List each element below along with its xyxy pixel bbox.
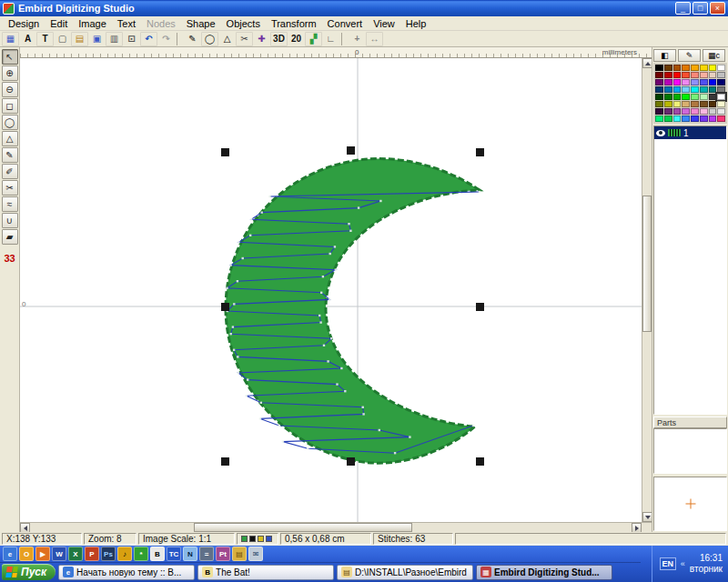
arc-tool[interactable]: ∪ <box>2 213 18 228</box>
palette-swatch[interactable] <box>673 94 682 100</box>
palette-swatch[interactable] <box>664 79 672 85</box>
palette-swatch[interactable] <box>673 79 682 85</box>
parts-panel-body[interactable] <box>653 428 727 474</box>
node-edit-icon[interactable]: ✚ <box>253 32 270 46</box>
handle-bottom-center[interactable] <box>347 457 355 466</box>
object-list[interactable]: 1 <box>653 125 727 415</box>
icq-icon[interactable]: * <box>134 547 148 561</box>
palette-swatch[interactable] <box>700 86 708 93</box>
palette-swatch[interactable] <box>682 101 690 107</box>
close-button[interactable]: × <box>710 2 725 15</box>
task-button[interactable]: eНачать новую тему :: В... <box>58 565 195 580</box>
palette-swatch[interactable] <box>682 108 690 115</box>
fill-tool[interactable]: ▰ <box>2 229 18 245</box>
winamp-icon[interactable]: ♪ <box>117 547 132 561</box>
palette-swatch[interactable] <box>709 108 717 115</box>
select-tool[interactable]: ↖ <box>2 49 18 65</box>
palette-swatch[interactable] <box>655 115 663 122</box>
view-3d-icon[interactable]: 3D <box>270 32 288 46</box>
palette-swatch[interactable] <box>717 79 725 85</box>
crescent-design-object[interactable] <box>226 158 480 463</box>
title-bar[interactable]: Embird Digitizing Studio _ □ × <box>0 0 728 16</box>
palette-swatch[interactable] <box>673 108 682 115</box>
palette-swatch[interactable] <box>700 65 708 71</box>
copy-icon[interactable]: ⊡ <box>123 32 140 46</box>
palette-swatch[interactable] <box>700 101 708 107</box>
polygon-tool[interactable]: △ <box>2 131 18 146</box>
handle-top-left[interactable] <box>221 148 229 156</box>
palette-swatch[interactable] <box>655 86 663 93</box>
palette-swatch[interactable] <box>664 72 672 78</box>
start-button[interactable]: Пуск <box>2 564 56 580</box>
ellipse-shape-icon[interactable]: ◯ <box>201 32 218 46</box>
palette-swatch[interactable] <box>682 115 690 122</box>
palette-swatch[interactable] <box>717 72 725 78</box>
pattern-fill-icon[interactable]: ▞ <box>305 32 322 46</box>
palette-swatch[interactable] <box>717 115 725 122</box>
menu-item-transform[interactable]: Transform <box>266 17 322 30</box>
menu-item-shape[interactable]: Shape <box>181 17 221 30</box>
design-grid-icon[interactable]: ▦ <box>2 32 19 46</box>
lettering-icon[interactable]: A <box>19 32 36 46</box>
outlook-icon[interactable]: O <box>19 547 34 561</box>
palette-swatch[interactable] <box>655 72 663 78</box>
palette-swatch[interactable] <box>655 65 663 71</box>
palette-swatch[interactable] <box>700 115 708 122</box>
text-tool-icon[interactable]: T <box>36 32 54 46</box>
palette-swatch[interactable] <box>655 79 663 85</box>
media-player-icon[interactable]: ▶ <box>35 547 50 561</box>
minimize-button[interactable]: _ <box>675 2 691 15</box>
palette-swatch[interactable] <box>709 86 717 93</box>
palette-swatch[interactable] <box>664 101 672 107</box>
paint-icon[interactable]: Pt <box>216 547 230 561</box>
word-icon[interactable]: W <box>52 547 66 561</box>
palette-swatch[interactable] <box>700 108 708 115</box>
ie-icon[interactable]: e <box>3 547 17 561</box>
measure-icon[interactable]: ∟ <box>322 32 339 46</box>
palette-swatch[interactable] <box>691 65 699 71</box>
palette-swatch[interactable] <box>691 72 699 78</box>
palette-swatch[interactable] <box>673 72 682 78</box>
handle-mid-right[interactable] <box>476 303 484 311</box>
total-commander-icon[interactable]: TC <box>167 547 181 561</box>
palette-swatch[interactable] <box>691 79 699 85</box>
palette-swatch[interactable] <box>682 86 690 93</box>
palette-swatch[interactable] <box>691 115 699 122</box>
palette-swatch[interactable] <box>664 115 672 122</box>
excel-icon[interactable]: X <box>68 547 83 561</box>
palette-swatch[interactable] <box>717 65 725 71</box>
palette-swatch[interactable] <box>682 94 690 100</box>
save-icon[interactable]: ▣ <box>88 32 106 46</box>
palette-swatch[interactable] <box>673 65 682 71</box>
zoom-in-tool[interactable]: ⊕ <box>2 65 18 81</box>
vertical-scrollbar[interactable] <box>642 58 652 522</box>
menu-item-convert[interactable]: Convert <box>322 17 369 30</box>
palette-swatch[interactable] <box>682 79 690 85</box>
palette-swatch[interactable] <box>655 94 663 100</box>
maximize-button[interactable]: □ <box>693 2 708 15</box>
task-button[interactable]: ▤D:\INSTALL\Разное\Embird <box>337 565 473 580</box>
notepad-icon[interactable]: N <box>183 547 197 561</box>
palette-swatch[interactable] <box>673 86 682 93</box>
photoshop-icon[interactable]: Ps <box>101 547 116 561</box>
zoom-out-tool[interactable]: ⊖ <box>2 82 18 97</box>
wave-tool[interactable]: ≈ <box>2 196 18 212</box>
horizontal-scroll-thumb[interactable] <box>194 523 412 532</box>
palette-swatch[interactable] <box>682 65 690 71</box>
palette-swatch[interactable] <box>655 108 663 115</box>
handle-top-right[interactable] <box>476 148 484 156</box>
polygon-shape-icon[interactable]: △ <box>218 32 236 46</box>
pen-tool[interactable]: ✐ <box>2 164 18 179</box>
design-svg[interactable] <box>20 58 642 522</box>
palette-swatch[interactable] <box>717 94 725 100</box>
palette-swatch[interactable] <box>673 101 682 107</box>
palette-swatch[interactable] <box>717 86 725 93</box>
undo-icon[interactable]: ↶ <box>140 32 157 46</box>
grid-20-icon[interactable]: 20 <box>288 32 305 46</box>
handle-bottom-left[interactable] <box>221 457 229 466</box>
menu-item-text[interactable]: Text <box>112 17 141 30</box>
vertical-scroll-thumb[interactable] <box>642 196 652 332</box>
task-button[interactable]: BThe Bat! <box>197 565 334 580</box>
task-button[interactable]: ▦Embird Digitizing Stud... <box>476 565 612 580</box>
mail-icon[interactable]: ✉ <box>248 547 263 561</box>
